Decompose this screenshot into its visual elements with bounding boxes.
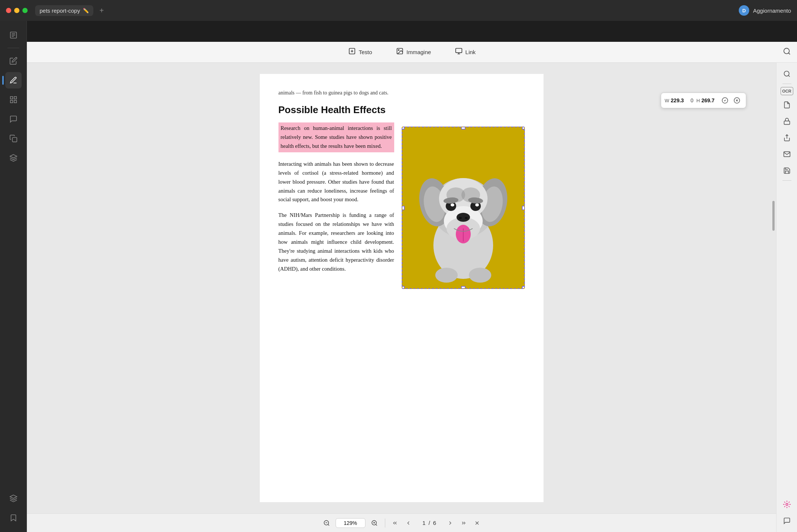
svg-point-53 [784, 71, 789, 76]
tab-area: pets report-copy ✏️ + [35, 5, 107, 16]
svg-point-30 [459, 217, 462, 219]
sidebar-bottom [5, 490, 22, 526]
two-col-area: Possible Health Effects Research on huma… [278, 104, 525, 289]
chat-icon[interactable] [780, 514, 794, 528]
immagine-icon [396, 47, 404, 57]
svg-point-31 [465, 217, 468, 219]
page-separator: / [429, 520, 430, 526]
cancel-size-button[interactable] [732, 95, 742, 106]
sidebar-item-layers[interactable] [5, 150, 22, 166]
ocr-label: OCR [782, 89, 791, 93]
svg-line-48 [376, 524, 377, 525]
right-panel-bottom [780, 498, 794, 528]
svg-point-14 [784, 48, 790, 54]
extract-icon[interactable] [780, 98, 794, 112]
colorful-icon[interactable] [780, 498, 794, 511]
close-button[interactable] [6, 8, 11, 13]
intro-text: animals — from fish to guinea pigs to do… [278, 89, 525, 97]
svg-rect-8 [12, 137, 17, 142]
paragraph-2: The NIH/Mars Partnership is funding a ra… [278, 211, 394, 273]
svg-point-12 [398, 50, 399, 51]
size-overlay: W 229.3 0 H 269.7 [661, 93, 746, 108]
toolbar: Testo Immagine Link [27, 42, 797, 63]
image-container[interactable] [402, 127, 525, 289]
sidebar-item-bookmark[interactable] [5, 510, 22, 526]
handle-middle-right[interactable] [522, 206, 525, 210]
svg-rect-5 [14, 97, 16, 99]
height-value[interactable]: 269.7 [701, 97, 718, 103]
update-label: Aggiornamento [753, 7, 791, 14]
sidebar-item-pin[interactable] [5, 111, 22, 127]
add-tab-button[interactable]: + [96, 5, 107, 16]
svg-line-15 [788, 53, 790, 54]
right-panel-divider-2 [782, 180, 791, 181]
sidebar-item-doc[interactable] [5, 27, 22, 43]
document-scroll: animals — from fish to guinea pigs to do… [27, 63, 776, 513]
close-nav-button[interactable] [472, 518, 482, 528]
right-panel-divider-1 [782, 84, 791, 84]
svg-rect-55 [784, 121, 790, 124]
section-heading: Possible Health Effects [278, 104, 394, 116]
toolbar-link[interactable]: Link [451, 45, 480, 59]
handle-top-left[interactable] [402, 127, 405, 130]
handle-bottom-left[interactable] [402, 286, 405, 289]
tab-title-text: pets report-copy [40, 7, 80, 14]
sidebar-item-edit[interactable] [5, 53, 22, 69]
handle-bottom-middle[interactable] [461, 286, 466, 289]
handle-top-middle[interactable] [461, 127, 466, 130]
handle-top-right[interactable] [522, 127, 525, 130]
handle-middle-left[interactable] [402, 206, 405, 210]
user-avatar: D [739, 5, 749, 16]
svg-point-57 [786, 503, 788, 505]
toolbar-link-label: Link [466, 49, 476, 55]
toolbar-testo[interactable]: Testo [344, 45, 377, 59]
zoom-in-button[interactable] [368, 517, 380, 529]
handle-bottom-right[interactable] [522, 286, 525, 289]
width-value[interactable]: 229.3 [671, 97, 688, 103]
dog-image[interactable] [402, 127, 525, 289]
svg-point-34 [451, 203, 454, 206]
next-page-button[interactable] [445, 518, 455, 528]
first-page-button[interactable] [390, 518, 400, 528]
save-icon[interactable] [780, 164, 794, 177]
mail-icon[interactable] [780, 147, 794, 161]
height-label: H [697, 98, 700, 103]
toolbar-immagine-label: Immagine [407, 49, 431, 55]
svg-rect-6 [10, 100, 12, 103]
highlighted-paragraph: Research on human-animal interactions is… [278, 122, 394, 152]
svg-rect-7 [14, 100, 16, 103]
active-tab[interactable]: pets report-copy ✏️ [35, 5, 93, 16]
search-button[interactable] [783, 47, 791, 57]
share-icon[interactable] [780, 131, 794, 144]
zoom-out-button[interactable] [321, 517, 333, 529]
left-sidebar [0, 21, 27, 532]
sidebar-item-stack[interactable] [5, 490, 22, 507]
svg-line-45 [328, 524, 329, 525]
title-bar-right: D Aggiornamento [739, 5, 791, 16]
minimize-button[interactable] [14, 8, 19, 13]
maximize-button[interactable] [22, 8, 28, 13]
prev-page-button[interactable] [403, 518, 414, 528]
lock-icon[interactable] [780, 115, 794, 128]
sidebar-item-layout[interactable] [5, 91, 22, 108]
right-search-icon[interactable] [780, 67, 794, 81]
link-symbol: 0 [689, 97, 695, 103]
sidebar-item-copy[interactable] [5, 130, 22, 147]
svg-line-54 [788, 75, 790, 77]
svg-point-40 [435, 268, 458, 283]
zoom-value-input[interactable]: 129% [336, 518, 365, 528]
paragraph-1: Interacting with animals has been shown … [278, 160, 394, 205]
confirm-size-button[interactable] [720, 95, 730, 106]
testo-icon [348, 47, 356, 57]
content-area: W 229.3 0 H 269.7 [27, 63, 797, 532]
last-page-button[interactable] [458, 518, 469, 528]
sidebar-item-annotate[interactable] [5, 72, 22, 88]
right-panel: OCR [776, 63, 797, 532]
width-label: W [665, 98, 669, 103]
page-navigation: 1 / 6 [417, 520, 442, 526]
toolbar-immagine[interactable]: Immagine [392, 45, 436, 59]
edit-icon[interactable]: ✏️ [83, 8, 89, 13]
svg-point-29 [457, 213, 470, 222]
ocr-icon[interactable]: OCR [781, 87, 793, 95]
title-bar: pets report-copy ✏️ + D Aggiornamento [0, 0, 797, 21]
